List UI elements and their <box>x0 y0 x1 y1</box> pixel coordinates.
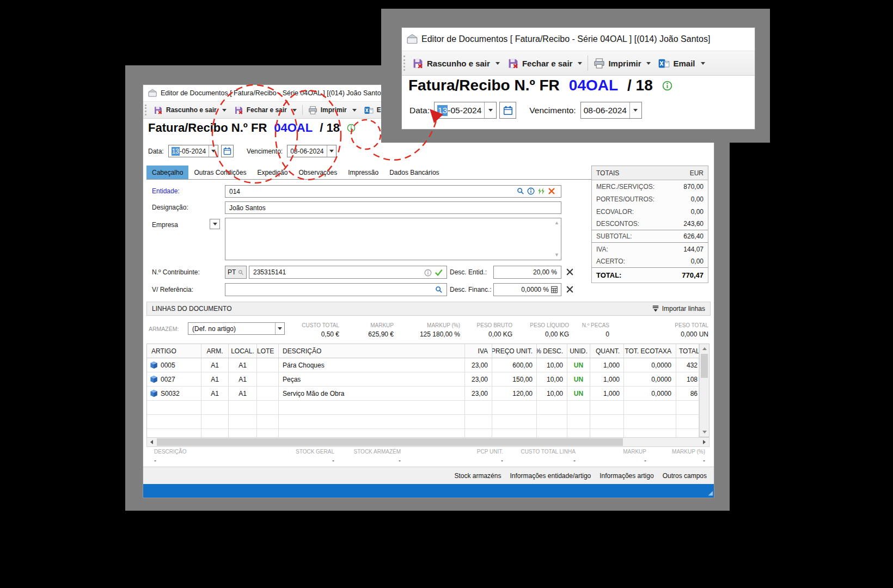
chevron-down-icon[interactable] <box>496 62 500 65</box>
email-icon <box>658 58 670 69</box>
scrollbar-thumb[interactable] <box>157 438 623 446</box>
date-dropdown-button[interactable] <box>484 102 496 118</box>
clear-icon[interactable] <box>548 187 555 195</box>
tab-cabecalho[interactable]: Cabeçalho <box>146 166 188 179</box>
save-draft-exit-icon <box>412 58 424 69</box>
info-icon[interactable] <box>347 124 356 132</box>
importar-linhas-button[interactable]: Importar linhas <box>652 305 705 313</box>
clear-icon[interactable] <box>566 268 574 276</box>
vencimento-date-field[interactable]: 08-06-2024 <box>287 145 336 157</box>
data-date-field[interactable]: 13-05-2024 <box>168 145 218 157</box>
col-descricao[interactable]: DESCRIÇÃO <box>279 344 465 358</box>
scrollbar-thumb[interactable] <box>701 354 708 378</box>
calculator-icon[interactable] <box>551 286 558 293</box>
link-informacoes-artigo[interactable]: Informações artigo <box>600 472 653 480</box>
col-lote[interactable]: LOTE <box>257 344 279 358</box>
document-lines-table: ARTIGO ARM. LOCAL. LOTE DESCRIÇÃO IVA PR… <box>146 344 709 437</box>
rascunho-e-sair-button[interactable]: Rascunho e sair <box>150 106 230 115</box>
calendar-button[interactable] <box>221 145 234 157</box>
stat-markup-pct: MARKUP (%)125 180,00 % <box>394 317 460 342</box>
scroll-down-button[interactable] <box>700 427 709 437</box>
main-toolbar: Rascunho e sair Fechar e sair Imprimir E… <box>402 51 755 76</box>
chevron-down-icon[interactable]: ▼ <box>554 253 559 258</box>
contribuinte-country-box[interactable]: PT <box>225 266 247 279</box>
imprimir-button[interactable]: Imprimir <box>304 106 360 115</box>
date-day-selected: 13 <box>437 105 448 116</box>
chevron-down-icon <box>329 150 334 152</box>
scroll-up-button[interactable] <box>700 344 709 353</box>
chevron-down-icon[interactable] <box>292 109 297 112</box>
table-row[interactable]: 0027 A1 A1 Peças 23,00 150,00 10,00 UN 1… <box>147 372 699 387</box>
printer-icon <box>594 58 605 69</box>
contribuinte-input[interactable]: 235315141 <box>249 266 447 279</box>
table-row[interactable]: 0005 A1 A1 Pára Choques 23,00 600,00 10,… <box>147 358 699 372</box>
vertical-scrollbar[interactable] <box>699 344 709 437</box>
imprimir-button[interactable]: Imprimir <box>590 58 655 69</box>
rascunho-e-sair-button[interactable]: Rascunho e sair <box>408 58 504 69</box>
info-icon[interactable] <box>424 269 432 277</box>
scroll-right-button[interactable] <box>700 438 709 446</box>
document-series: 04OAL <box>569 77 618 94</box>
vref-input[interactable] <box>225 283 447 296</box>
toolbar-grip[interactable] <box>145 105 146 115</box>
link-informacoes-entidade-artigo[interactable]: Informações entidade/artigo <box>510 472 591 480</box>
designacao-label: Designação: <box>152 204 188 211</box>
totais-currency: EUR <box>690 169 704 177</box>
tab-outras-condicoes[interactable]: Outras Condições <box>188 166 252 179</box>
col-artigo[interactable]: ARTIGO <box>147 344 201 358</box>
calendar-button[interactable] <box>499 102 516 119</box>
armazem-dropdown[interactable]: (Def. no artigo) <box>188 322 285 335</box>
col-local[interactable]: LOCAL. <box>229 344 257 358</box>
f echar-e-sair-button[interactable]: Fechar e sair <box>504 58 586 69</box>
entidade-input[interactable]: 014 <box>225 185 561 198</box>
tab-observacoes[interactable]: Observações <box>293 166 342 179</box>
fechar-e-sair-button[interactable]: Fechar e sair <box>230 106 301 115</box>
resize-grip[interactable]: ◢ <box>708 489 713 497</box>
chevron-down-icon[interactable] <box>701 62 705 65</box>
vencimento-dropdown-button[interactable] <box>629 102 641 118</box>
info-markup-pct: MARKUP (%)- <box>646 449 705 465</box>
toolbar-grip[interactable] <box>403 56 405 71</box>
chevron-down-icon[interactable] <box>646 62 651 65</box>
table-row[interactable]: S0032 A1 A1 Serviço Mão de Obra 23,00 12… <box>147 387 699 401</box>
search-icon[interactable] <box>435 286 443 293</box>
date-dropdown-button[interactable] <box>209 145 218 157</box>
col-total[interactable]: TOTAL I <box>676 344 699 358</box>
clear-icon[interactable] <box>566 285 574 293</box>
tab-impressao[interactable]: Impressão <box>342 166 384 179</box>
vencimento-dropdown-button[interactable] <box>327 145 336 157</box>
col-desc-pct[interactable]: % DESC. <box>537 344 567 358</box>
tab-dados-bancarios[interactable]: Dados Bancários <box>384 166 444 179</box>
tab-expedicao[interactable]: Expedição <box>252 166 293 179</box>
search-icon[interactable] <box>517 187 524 195</box>
chevron-up-icon[interactable]: ▲ <box>554 220 559 225</box>
col-preco-unit[interactable]: PREÇO UNIT. <box>492 344 537 358</box>
chevron-down-icon[interactable] <box>352 109 357 112</box>
col-quant[interactable]: QUANT. <box>590 344 624 358</box>
chevron-down-icon[interactable] <box>222 109 227 112</box>
sync-icon[interactable] <box>537 187 545 195</box>
info-icon[interactable] <box>662 81 672 91</box>
desc-entid-input[interactable]: 20,00 % <box>493 266 561 279</box>
col-unid[interactable]: UNID. <box>567 344 590 358</box>
chevron-down-icon[interactable] <box>578 62 582 65</box>
data-date-field[interactable]: 13-05-2024 <box>434 102 497 119</box>
link-stock-armazens[interactable]: Stock armazéns <box>454 472 501 480</box>
chevron-down-icon <box>211 150 216 152</box>
date-day-selected: 13 <box>172 147 180 156</box>
info-icon[interactable] <box>527 187 535 195</box>
col-iva[interactable]: IVA <box>465 344 492 358</box>
link-outros-campos[interactable]: Outros campos <box>663 472 707 480</box>
col-arm[interactable]: ARM. <box>201 344 229 358</box>
empresa-textarea[interactable]: ▲ ▼ <box>225 218 561 260</box>
document-icon <box>407 34 418 45</box>
scroll-left-button[interactable] <box>147 438 156 446</box>
armazem-dropdown-button[interactable] <box>275 323 284 334</box>
designacao-input[interactable]: João Santos <box>225 201 561 214</box>
vencimento-date-field[interactable]: 08-06-2024 <box>580 102 642 119</box>
horizontal-scrollbar[interactable] <box>146 437 709 447</box>
col-tot-ecotaxa[interactable]: TOT. ECOTAXA <box>624 344 676 358</box>
email-button[interactable]: Email <box>655 58 708 69</box>
empresa-dropdown-button[interactable] <box>210 219 220 229</box>
entidade-label: Entidade: <box>152 187 180 195</box>
